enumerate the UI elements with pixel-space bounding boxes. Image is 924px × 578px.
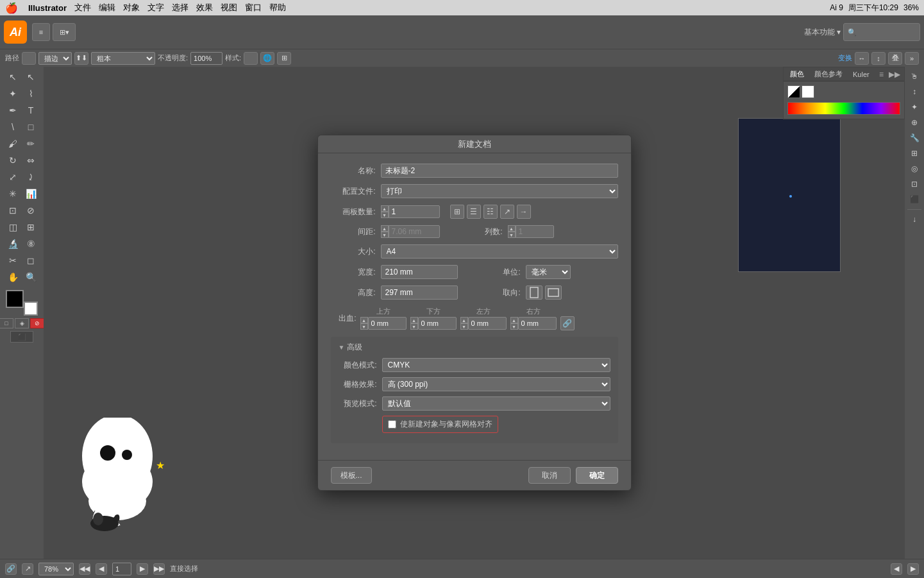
right-tool-1[interactable]: 🖱 <box>907 69 921 83</box>
mesh-tool[interactable]: ⊞ <box>22 219 40 235</box>
height-input[interactable] <box>381 285 458 300</box>
prev-artboard-btn[interactable]: ◀◀ <box>79 563 90 575</box>
basic-function-label[interactable]: 基本功能 ▾ <box>804 27 841 38</box>
right-tool-3[interactable]: ✦ <box>907 100 921 114</box>
menu-file[interactable]: 文件 <box>74 2 91 13</box>
right-tool-5[interactable]: 🔧 <box>907 131 921 145</box>
align-checkbox-label[interactable]: 使新建对象与像素网格对齐 <box>400 419 492 430</box>
pen-tool[interactable]: ✒ <box>4 103 22 118</box>
gradient-tool[interactable]: ◫ <box>4 219 22 235</box>
stroke-icon[interactable]: ⬆⬇ <box>74 52 88 65</box>
scale-tool[interactable]: ⤢ <box>4 169 22 185</box>
rotate-tool[interactable]: ↻ <box>4 153 22 168</box>
style-box[interactable] <box>244 52 258 65</box>
transform-label[interactable]: 变换 <box>838 53 852 63</box>
eyedropper-tool[interactable]: 🔬 <box>4 236 22 251</box>
spacing-up[interactable]: ▲ <box>381 225 389 232</box>
next-artboard-btn[interactable]: ▶▶ <box>153 563 165 575</box>
paint-brush-tool[interactable]: 🖌 <box>4 136 22 151</box>
spacing-input[interactable] <box>389 225 440 238</box>
rect-tool[interactable]: □ <box>22 119 40 135</box>
bleed-left-down[interactable]: ▼ <box>460 323 468 330</box>
toolbar-icon-btn-1[interactable]: ≡ <box>32 23 50 41</box>
bleed-top-down[interactable]: ▼ <box>360 323 368 330</box>
cancel-button[interactable]: 取消 <box>528 467 571 484</box>
search-input-btn[interactable]: 🔍 <box>843 23 920 41</box>
reflect-tool[interactable]: ⇔ <box>22 153 40 168</box>
more-btn[interactable]: » <box>905 52 919 65</box>
bleed-right-up[interactable]: ▲ <box>510 317 518 323</box>
profile-select[interactable]: 打印 <box>381 184 618 198</box>
screen-mode-btn[interactable]: ⬛ <box>10 331 33 343</box>
direct-selection-tool[interactable]: ↖ <box>22 69 40 85</box>
fill-mode-btn[interactable]: □ <box>0 318 13 328</box>
symbol-spray-tool[interactable]: ✳ <box>4 186 22 201</box>
zoom-tool[interactable]: 🔍 <box>22 269 40 285</box>
right-tool-7[interactable]: ◎ <box>907 162 921 176</box>
preview-select[interactable]: 默认值 <box>382 396 610 411</box>
pencil-tool[interactable]: ✏ <box>22 136 40 151</box>
spacing-down[interactable]: ▼ <box>381 232 389 238</box>
bottom-nav-btn[interactable]: ◀ <box>891 563 902 575</box>
bottom-nav-btn2[interactable]: ▶ <box>907 563 919 575</box>
artboard-tool[interactable]: ⊡ <box>4 203 22 218</box>
portrait-btn[interactable] <box>526 285 542 300</box>
unit-select[interactable]: 毫米 <box>526 265 571 279</box>
right-tool-8[interactable]: ⊡ <box>907 177 921 191</box>
width-input[interactable] <box>381 265 458 279</box>
prev-page-btn[interactable]: ◀ <box>96 563 107 575</box>
blend-btn[interactable]: 叠 <box>888 52 902 65</box>
raster-select[interactable]: 高 (300 ppi) <box>382 377 610 391</box>
artboard-arr1-btn[interactable]: ↗ <box>500 205 514 219</box>
bleed-left-up[interactable]: ▲ <box>460 317 468 323</box>
stroke-select[interactable]: 描边 <box>38 52 72 65</box>
page-input[interactable] <box>112 563 131 575</box>
artboard-grid-btn[interactable]: ⊞ <box>450 205 464 219</box>
bleed-top-input[interactable] <box>368 317 407 330</box>
stroke-weight-select[interactable]: 粗本 <box>91 52 155 65</box>
menu-view[interactable]: 视图 <box>221 2 237 13</box>
columns-input[interactable] <box>516 225 554 238</box>
size-select[interactable]: A4 <box>381 244 618 259</box>
magic-wand-tool[interactable]: ✦ <box>4 86 22 101</box>
bleed-bottom-up[interactable]: ▲ <box>410 317 418 323</box>
color-selector[interactable] <box>6 290 38 316</box>
artboard-count-up[interactable]: ▲ <box>381 205 389 212</box>
background-color[interactable] <box>24 302 38 316</box>
next-page-btn[interactable]: ▶ <box>137 563 148 575</box>
selection-tool[interactable]: ↖ <box>4 69 22 85</box>
right-tool-9[interactable]: ⬛ <box>907 192 921 207</box>
eraser-tool[interactable]: ◻ <box>22 253 40 268</box>
advanced-toggle[interactable]: ▼ 高级 <box>339 342 610 353</box>
artboard-count-down[interactable]: ▼ <box>381 212 389 218</box>
align-checkbox[interactable] <box>388 420 396 429</box>
menu-help[interactable]: 帮助 <box>269 2 286 13</box>
menu-select[interactable]: 选择 <box>172 2 189 13</box>
stroke-color-btn[interactable] <box>22 52 36 65</box>
opacity-input[interactable] <box>190 52 223 65</box>
menu-window[interactable]: 窗口 <box>245 2 262 13</box>
bleed-right-down[interactable]: ▼ <box>510 323 518 330</box>
zoom-select[interactable]: 78% <box>38 563 74 575</box>
columns-down[interactable]: ▼ <box>508 232 516 238</box>
grid-btn[interactable]: ⊞ <box>277 52 291 65</box>
foreground-color[interactable] <box>6 290 24 308</box>
bleed-left-input[interactable] <box>468 317 507 330</box>
lasso-tool[interactable]: ⌇ <box>22 86 40 101</box>
artboard-count-input[interactable] <box>389 205 440 218</box>
right-tool-10[interactable]: ↓ <box>907 212 921 226</box>
menu-text[interactable]: 文字 <box>147 2 164 13</box>
right-tool-6[interactable]: ⊞ <box>907 146 921 160</box>
stroke-mode-btn[interactable]: ◈ <box>15 318 29 328</box>
hand-tool[interactable]: ✋ <box>4 269 22 285</box>
line-tool[interactable]: \ <box>4 119 22 135</box>
globe-btn[interactable]: 🌐 <box>260 52 274 65</box>
menu-effects[interactable]: 效果 <box>196 2 213 13</box>
apple-menu[interactable]: 🍎 <box>5 2 18 14</box>
ok-button[interactable]: 确定 <box>576 467 618 484</box>
right-tool-2[interactable]: ↕ <box>907 85 921 99</box>
color-mode-select[interactable]: CMYK <box>382 358 610 372</box>
warp-tool[interactable]: ⤸ <box>22 169 40 185</box>
bleed-top-up[interactable]: ▲ <box>360 317 368 323</box>
flip-h-btn[interactable]: ↔ <box>855 52 869 65</box>
